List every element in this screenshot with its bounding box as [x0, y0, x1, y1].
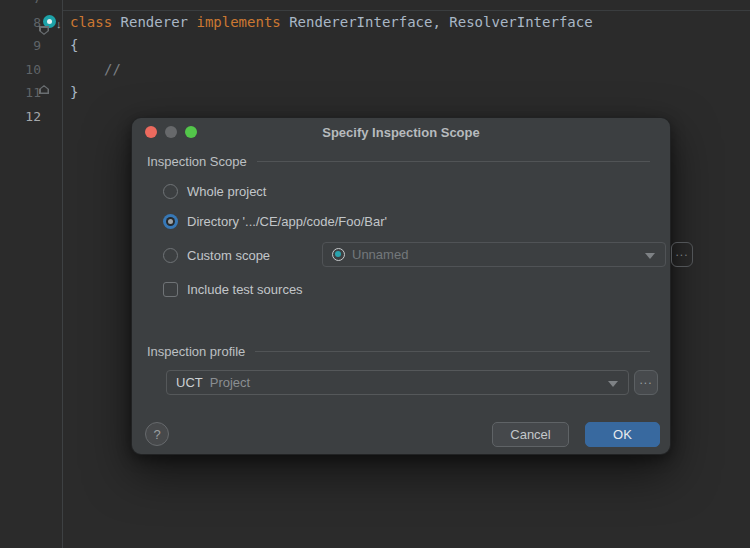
chevron-down-icon: [608, 381, 618, 387]
ok-button[interactable]: OK: [585, 422, 660, 447]
code-line-10-comment: //: [104, 58, 121, 81]
include-test-sources-checkbox[interactable]: [163, 282, 178, 297]
custom-scope-more-button[interactable]: ...: [671, 242, 693, 267]
cancel-button[interactable]: Cancel: [492, 422, 569, 447]
line-number: 9: [0, 34, 41, 57]
include-test-sources-label[interactable]: Include test sources: [187, 282, 303, 297]
inspection-profile-dropdown[interactable]: UCT Project: [166, 370, 629, 395]
code-line-8: class Renderer implements RendererInterf…: [70, 11, 593, 34]
line-number: 8: [0, 11, 41, 34]
fold-region-end-icon[interactable]: [39, 85, 49, 94]
custom-scope-dropdown[interactable]: Unnamed: [322, 242, 666, 267]
radio-custom-scope[interactable]: [163, 248, 178, 263]
radio-directory[interactable]: [163, 214, 178, 229]
radio-whole-project[interactable]: [163, 184, 178, 199]
line-number: 10: [0, 58, 41, 81]
code-line-9: {: [70, 34, 78, 57]
radio-directory-label[interactable]: Directory '.../CE/app/code/Foo/Bar': [187, 214, 387, 229]
scope-section-header: Inspection Scope: [147, 154, 247, 169]
line-number-current: 12: [0, 105, 41, 128]
help-button[interactable]: ?: [145, 422, 169, 446]
section-separator: [255, 351, 650, 352]
profile-section-header: Inspection profile: [147, 344, 245, 359]
profile-more-button[interactable]: ...: [634, 370, 658, 395]
chevron-down-icon: [645, 253, 655, 259]
keyword-implements: implements: [196, 14, 280, 30]
interface-names: RendererInterface, ResolverInterface: [281, 14, 593, 30]
dialog-title: Specify Inspection Scope: [132, 118, 670, 147]
keyword-class: class: [70, 14, 112, 30]
profile-dropdown-value: Project: [210, 375, 250, 390]
scope-icon: [332, 248, 345, 261]
profile-prefix-badge: UCT: [176, 375, 203, 390]
class-name: Renderer: [112, 14, 196, 30]
radio-whole-project-label[interactable]: Whole project: [187, 184, 266, 199]
line-number: 7: [0, 0, 41, 10]
section-separator: [257, 161, 650, 162]
custom-scope-dropdown-value: Unnamed: [352, 247, 408, 262]
dialog-titlebar[interactable]: Specify Inspection Scope: [132, 118, 670, 146]
code-line-11: }: [70, 81, 78, 104]
implements-down-arrow-icon[interactable]: ↓: [56, 13, 62, 36]
specify-inspection-scope-dialog: Specify Inspection Scope Inspection Scop…: [131, 117, 671, 455]
radio-custom-scope-label[interactable]: Custom scope: [187, 248, 270, 263]
line-number: 11: [0, 81, 41, 104]
